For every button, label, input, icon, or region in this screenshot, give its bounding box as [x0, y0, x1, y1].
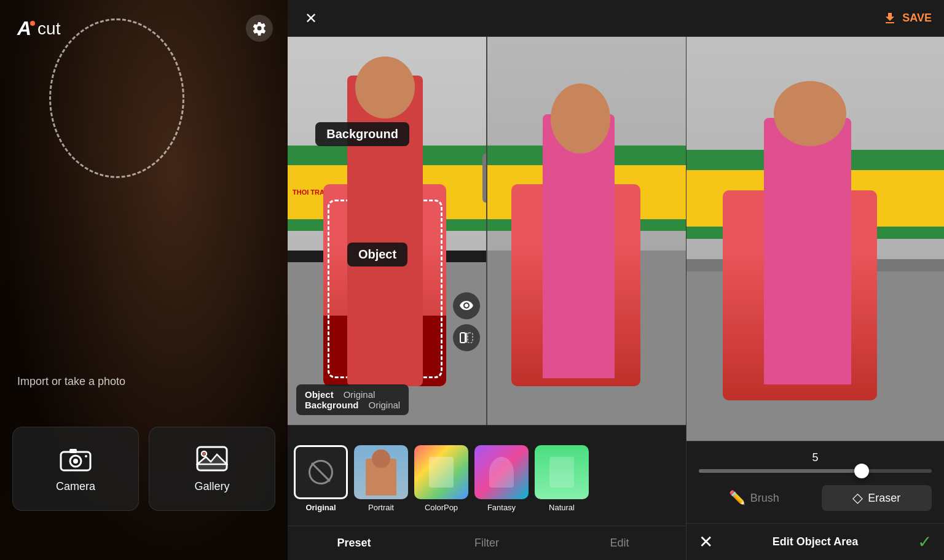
right-preview: [686, 37, 944, 441]
image-controls: [453, 292, 480, 351]
no-filter-icon: [309, 460, 333, 484]
save-button[interactable]: SAVE: [883, 11, 932, 26]
preview-person-body: [764, 118, 851, 384]
preset-colorpop-inner: [414, 445, 468, 499]
svg-rect-11: [468, 333, 473, 343]
street-scene-left: THOI TRANG NU Background Obj: [288, 37, 486, 425]
scene-person-body: [543, 114, 614, 378]
import-text: Import or take a photo: [17, 375, 125, 388]
logo-cut: cut: [37, 19, 60, 39]
eye-button[interactable]: [453, 292, 480, 319]
compare-icon: [460, 332, 473, 344]
preset-original[interactable]: Original: [294, 445, 348, 512]
bottom-strip: Original Portrait: [288, 425, 686, 560]
logo-a: A: [17, 17, 31, 40]
brush-eraser-row: ✏️ Brush ◇ Eraser: [686, 479, 944, 523]
svg-point-2: [73, 459, 78, 464]
action-confirm-button[interactable]: ✓: [918, 532, 932, 552]
presets-row: Original Portrait: [288, 426, 686, 526]
preset-natural-thumb: [535, 445, 589, 499]
camera-button[interactable]: Camera: [12, 427, 139, 511]
top-bar: ✕ SAVE: [288, 0, 944, 37]
svg-point-4: [85, 455, 87, 457]
slider-fill: [699, 469, 862, 473]
svg-rect-3: [69, 449, 77, 453]
action-buttons: Camera Gallery: [12, 427, 275, 511]
eraser-icon: ◇: [852, 490, 863, 506]
action-close-button[interactable]: ✕: [699, 532, 713, 552]
preset-fantasy-thumb: [474, 445, 529, 499]
edit-object-area-title: Edit Object Area: [773, 535, 858, 548]
images-row: THOI TRANG NU Background Obj: [288, 37, 686, 425]
brush-button[interactable]: ✏️ Brush: [699, 485, 809, 511]
svg-marker-7: [197, 454, 227, 470]
right-preview-scene: [686, 37, 944, 441]
compare-button[interactable]: [453, 324, 480, 351]
camera-label: Camera: [56, 480, 95, 493]
preset-natural[interactable]: Natural: [535, 445, 589, 512]
selection-circle: [49, 18, 184, 178]
slider-thumb[interactable]: [854, 464, 869, 478]
preset-natural-inner: [535, 445, 589, 499]
status-row-background: Background Original: [305, 400, 400, 410]
natural-overlay: [549, 457, 574, 488]
logo-dot: [30, 21, 35, 26]
eraser-button[interactable]: ◇ Eraser: [822, 485, 932, 511]
preset-colorpop[interactable]: ColorPop: [414, 445, 468, 512]
preset-colorpop-label: ColorPop: [425, 503, 458, 512]
preset-portrait-label: Portrait: [368, 503, 394, 512]
status-row-object: Object Original: [305, 389, 400, 400]
colorpop-overlay: [429, 457, 454, 488]
gallery-button[interactable]: Gallery: [149, 427, 275, 511]
gallery-icon-svg: [196, 446, 228, 472]
preset-portrait[interactable]: Portrait: [354, 445, 408, 512]
portrait-figure: [366, 459, 396, 496]
preset-fantasy-label: Fantasy: [487, 503, 516, 512]
person-head: [355, 56, 415, 119]
object-status-label: Object: [305, 389, 334, 400]
preview-image-panel: [487, 37, 686, 425]
preset-original-inner: [296, 447, 346, 497]
gallery-icon: [195, 445, 229, 473]
background-status-label: Background: [305, 400, 359, 410]
right-sidebar: 5 ✏️ Brush ◇ Eraser ✕ Ed: [686, 37, 944, 560]
camera-icon: [58, 445, 93, 473]
background-status-value: Original: [369, 400, 401, 410]
tab-filter[interactable]: Filter: [420, 537, 553, 550]
gear-icon: [252, 21, 267, 36]
scroll-handle[interactable]: [482, 154, 487, 203]
preset-fantasy[interactable]: Fantasy: [474, 445, 529, 512]
app-logo: A cut: [17, 17, 60, 40]
edit-image-panel: THOI TRANG NU Background Obj: [288, 37, 487, 425]
preset-portrait-thumb: [354, 445, 408, 499]
svg-rect-10: [460, 333, 465, 343]
main-content: THOI TRANG NU Background Obj: [288, 37, 944, 560]
save-icon: [883, 11, 897, 26]
preset-colorpop-thumb: [414, 445, 468, 499]
save-label: SAVE: [902, 12, 932, 25]
eye-icon: [460, 301, 473, 311]
bottom-action-bar: ✕ Edit Object Area ✓: [686, 523, 944, 560]
preview-person-head: [774, 81, 846, 146]
background-tooltip: Background: [315, 122, 409, 146]
brush-icon: ✏️: [729, 490, 745, 506]
portrait-head: [372, 449, 390, 468]
gallery-label: Gallery: [194, 480, 229, 493]
preset-original-label: Original: [305, 503, 336, 512]
close-button[interactable]: ✕: [300, 7, 322, 29]
bottom-tabs: Preset Filter Edit: [288, 526, 686, 560]
object-tooltip: Object: [347, 243, 407, 266]
center-area: THOI TRANG NU Background Obj: [288, 37, 686, 560]
preset-portrait-inner: [354, 445, 408, 499]
slider-track[interactable]: [699, 469, 932, 473]
brush-label: Brush: [750, 492, 779, 505]
camera-icon-svg: [60, 446, 92, 472]
settings-button[interactable]: [246, 15, 273, 42]
left-panel: A cut Import or take a photo Camera: [0, 0, 288, 560]
preset-fantasy-inner: [474, 445, 529, 499]
tab-preset[interactable]: Preset: [288, 537, 420, 550]
tab-edit[interactable]: Edit: [553, 537, 686, 550]
scene-person-head: [551, 84, 610, 154]
image-status-bar: Object Original Background Original: [296, 384, 409, 415]
object-status-value: Original: [344, 389, 376, 400]
